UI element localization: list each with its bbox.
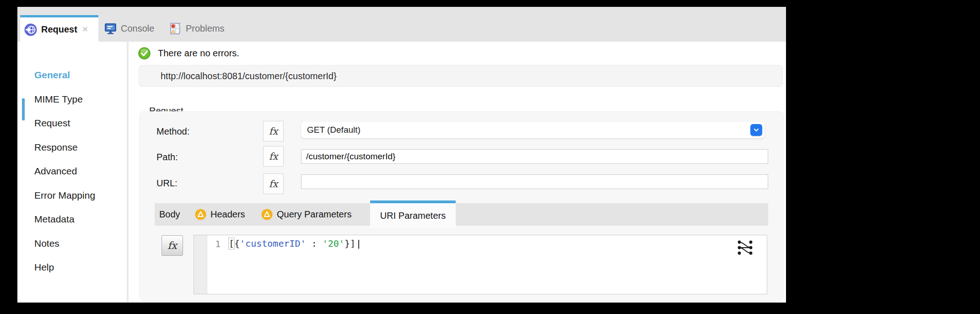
code-token: 'customerID': [240, 238, 306, 249]
tab-headers[interactable]: Headers: [210, 203, 245, 226]
code-token: :: [306, 238, 323, 249]
method-fx-button[interactable]: fx: [263, 121, 284, 141]
console-monitor-icon: [104, 23, 117, 34]
url-fx-button[interactable]: fx: [263, 173, 284, 194]
tab-body[interactable]: Body: [159, 203, 180, 226]
editor-tab-strip: Request ✕ Console Proble: [17, 7, 786, 42]
tab-uri-parameters[interactable]: URI Parameters: [370, 200, 456, 228]
tab-request-label: Request: [41, 24, 77, 35]
status-message: There are no errors.: [158, 48, 239, 59]
sidebar-item-mime-type[interactable]: MIME Type: [17, 87, 127, 112]
editor-fx-button[interactable]: fx: [162, 235, 183, 256]
uri-params-expression-editor[interactable]: 1 [{'customerID' : '20'}]|: [194, 235, 767, 294]
tab-problems-label: Problems: [186, 23, 224, 34]
line-number: 1: [210, 239, 221, 249]
code-token: {: [234, 238, 240, 249]
warning-icon: [261, 209, 273, 222]
close-icon[interactable]: ✕: [82, 26, 88, 33]
sidebar-item-metadata[interactable]: Metadata: [17, 207, 127, 232]
green-check-icon: [138, 47, 151, 60]
sidebar-item-advanced[interactable]: Advanced: [17, 159, 127, 184]
sidebar-item-help[interactable]: Help: [17, 255, 127, 280]
url-field-label: URL:: [156, 178, 178, 189]
dataweave-transform-icon[interactable]: [737, 239, 755, 258]
path-fx-button[interactable]: fx: [263, 146, 284, 167]
param-tab-bar: Body Headers Query Parameters URI Parame…: [155, 203, 768, 226]
sidebar-active-indicator: [22, 98, 25, 120]
tab-problems[interactable]: Problems: [169, 15, 224, 42]
path-input[interactable]: [301, 149, 768, 164]
app-window: Request ✕ Console Proble: [17, 7, 786, 303]
method-dropdown-value: GET (Default): [307, 125, 361, 135]
url-input[interactable]: [301, 174, 768, 189]
warning-icon: [195, 209, 206, 222]
problems-icon: [169, 22, 182, 35]
path-field-label: Path:: [156, 152, 178, 162]
sidebar-item-request[interactable]: Request: [17, 111, 127, 135]
method-dropdown[interactable]: GET (Default): [301, 122, 765, 138]
chevron-down-icon[interactable]: [750, 124, 762, 136]
http-request-globe-icon: [24, 23, 37, 36]
sidebar-item-response[interactable]: Response: [17, 135, 127, 160]
resolved-url-preview: http://localhost:8081/customer/{customer…: [139, 65, 783, 87]
code-token: '20': [323, 238, 345, 249]
tab-console[interactable]: Console: [104, 15, 154, 42]
request-config-panel: Method: fx GET (Default) Path: fx URL: f…: [139, 111, 784, 301]
sidebar-item-notes[interactable]: Notes: [17, 232, 127, 256]
tab-query-parameters[interactable]: Query Parameters: [277, 203, 351, 226]
settings-sidebar: General MIME Type Request Response Advan…: [17, 42, 129, 303]
code-token: [: [229, 238, 234, 249]
method-field-label: Method:: [156, 126, 189, 137]
tab-request[interactable]: Request ✕: [20, 15, 98, 42]
editor-gutter: [194, 235, 207, 294]
text-caret: |: [356, 238, 361, 249]
sidebar-item-error-mapping[interactable]: Error Mapping: [17, 184, 127, 208]
tab-console-label: Console: [121, 23, 154, 34]
validation-status: There are no errors.: [138, 47, 239, 60]
code-token: }]: [345, 238, 355, 249]
main-content: There are no errors. http://localhost:80…: [129, 42, 786, 303]
code-line: [{'customerID' : '20'}]|: [229, 238, 361, 249]
sidebar-item-general[interactable]: General: [17, 63, 127, 87]
